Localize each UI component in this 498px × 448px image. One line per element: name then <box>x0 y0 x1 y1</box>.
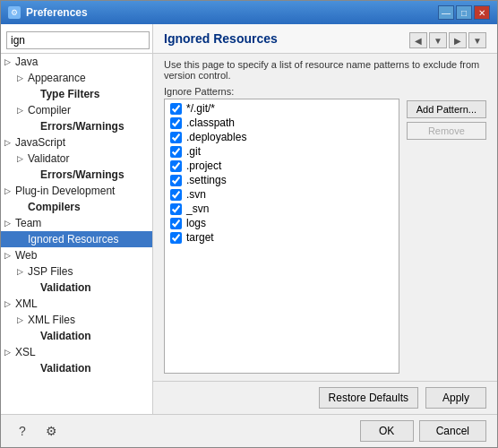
pattern-checkbox[interactable] <box>170 232 182 244</box>
sidebar-item-label: Errors/Warnings <box>40 168 124 181</box>
pattern-label: .project <box>186 159 221 172</box>
tree-arrow-icon: ▷ <box>4 219 15 228</box>
pattern-checkbox[interactable] <box>170 117 182 129</box>
list-item[interactable]: target <box>165 230 399 245</box>
pattern-checkbox[interactable] <box>170 218 182 229</box>
sidebar-item-label: XSL <box>15 346 36 358</box>
sidebar-item-errors-warnings-1[interactable]: Errors/Warnings <box>1 118 152 134</box>
pattern-checkbox[interactable] <box>170 160 182 172</box>
sidebar-item-label: XML <box>15 297 38 310</box>
list-item[interactable]: */.git/* <box>165 101 399 116</box>
tree-arrow-icon: ▷ <box>4 186 15 195</box>
sidebar-item-label: XML Files <box>28 314 75 326</box>
pattern-checkbox[interactable] <box>170 203 182 215</box>
pattern-checkbox[interactable] <box>170 189 182 201</box>
forward-dropdown-button[interactable]: ▼ <box>468 32 486 48</box>
sidebar-item-ignored-resources[interactable]: Ignored Resources <box>1 231 152 247</box>
back-dropdown-button[interactable]: ▼ <box>429 32 447 48</box>
list-item[interactable]: .classpath <box>165 116 399 130</box>
preferences-window: ⚙ Preferences — □ ✕ ✕ ▷Java▷AppearanceTy… <box>0 0 498 448</box>
sidebar-item-compiler[interactable]: ▷Compiler <box>1 102 152 118</box>
pattern-label: .classpath <box>186 116 235 129</box>
tree-arrow-icon: ▷ <box>17 106 28 115</box>
pattern-label: .git <box>186 145 201 158</box>
help-button[interactable]: ? <box>12 420 33 442</box>
tree-arrow-icon: ▷ <box>17 267 28 276</box>
list-item[interactable]: logs <box>165 216 399 230</box>
search-bar: ✕ <box>1 28 152 54</box>
sidebar-item-label: Web <box>15 249 37 262</box>
pattern-checkbox[interactable] <box>170 146 182 158</box>
list-item[interactable]: .git <box>165 144 399 159</box>
close-button[interactable]: ✕ <box>474 5 490 20</box>
title-bar-left: ⚙ Preferences <box>8 6 88 19</box>
sidebar-item-xml-files[interactable]: ▷XML Files <box>1 312 152 328</box>
footer-left: ? ⚙ <box>12 420 62 442</box>
pattern-label: */.git/* <box>186 102 215 115</box>
window-title: Preferences <box>26 6 88 19</box>
minimize-button[interactable]: — <box>438 5 454 20</box>
patterns-list: */.git/*.classpath.deployables.git.proje… <box>164 99 399 374</box>
bottom-bar: Restore Defaults Apply <box>153 381 497 414</box>
sidebar-item-validator[interactable]: ▷Validator <box>1 151 152 167</box>
sidebar-item-label: Team <box>15 217 41 229</box>
patterns-label: Ignore Patterns: <box>153 82 497 99</box>
sidebar-item-type-filters[interactable]: Type Filters <box>1 86 152 102</box>
sidebar-item-label: Validator <box>28 152 69 165</box>
sidebar-item-validation-1[interactable]: Validation <box>1 280 152 296</box>
sidebar-item-team[interactable]: ▷Team <box>1 215 152 231</box>
sidebar-item-appearance[interactable]: ▷Appearance <box>1 70 152 86</box>
back-button[interactable]: ◀ <box>409 32 427 48</box>
pattern-checkbox[interactable] <box>170 175 182 186</box>
sidebar-item-label: JSP Files <box>28 265 73 278</box>
sidebar-item-xsl[interactable]: ▷XSL <box>1 344 152 360</box>
apply-button[interactable]: Apply <box>425 387 486 409</box>
sidebar-item-label: Type Filters <box>40 88 99 100</box>
sidebar-item-label: Plug-in Development <box>15 185 115 197</box>
sidebar-item-label: Validation <box>40 281 91 294</box>
sidebar-item-xml[interactable]: ▷XML <box>1 296 152 312</box>
sidebar-item-web[interactable]: ▷Web <box>1 247 152 263</box>
pattern-checkbox[interactable] <box>170 132 182 143</box>
sidebar-item-validation-3[interactable]: Validation <box>1 360 152 376</box>
list-item[interactable]: .deployables <box>165 130 399 144</box>
panel-description: Use this page to specify a list of resou… <box>153 54 497 82</box>
sidebar-item-javascript[interactable]: ▷JavaScript <box>1 134 152 151</box>
pattern-label: target <box>186 231 214 244</box>
sidebar-item-jsp-files[interactable]: ▷JSP Files <box>1 263 152 280</box>
footer-right: OK Cancel <box>360 420 486 442</box>
main-panel: Ignored Resources ◀ ▼ ▶ ▼ Use this page … <box>153 24 497 414</box>
sidebar-item-label: Compiler <box>28 104 71 116</box>
list-item[interactable]: .project <box>165 159 399 173</box>
list-item[interactable]: .settings <box>165 173 399 187</box>
cancel-button[interactable]: Cancel <box>419 420 486 442</box>
footer: ? ⚙ OK Cancel <box>1 414 497 447</box>
list-item[interactable]: .svn <box>165 187 399 202</box>
main-header: Ignored Resources ◀ ▼ ▶ ▼ <box>153 24 497 54</box>
sidebar-item-label: Errors/Warnings <box>40 120 124 133</box>
remove-button[interactable]: Remove <box>407 122 486 140</box>
sidebar-item-label: Java <box>15 56 38 68</box>
sidebar-item-validation-2[interactable]: Validation <box>1 328 152 344</box>
restore-defaults-button[interactable]: Restore Defaults <box>319 387 418 409</box>
sidebar-item-label: Compilers <box>28 201 81 213</box>
window-icon: ⚙ <box>8 6 21 19</box>
pattern-label: logs <box>186 217 206 229</box>
sidebar-item-java[interactable]: ▷Java <box>1 54 152 70</box>
tree-arrow-icon: ▷ <box>4 57 15 66</box>
sidebar-item-label: Validation <box>40 330 91 342</box>
tree-arrow-icon: ▷ <box>4 348 15 357</box>
pattern-checkbox[interactable] <box>170 103 182 115</box>
search-input[interactable] <box>6 31 150 49</box>
forward-button[interactable]: ▶ <box>449 32 467 48</box>
sidebar-tree: ▷Java▷AppearanceType Filters▷CompilerErr… <box>1 54 152 376</box>
maximize-button[interactable]: □ <box>456 5 472 20</box>
preferences-icon-button[interactable]: ⚙ <box>40 420 62 442</box>
pattern-label: .svn <box>186 188 206 201</box>
sidebar-item-compilers[interactable]: Compilers <box>1 199 152 215</box>
list-item[interactable]: _svn <box>165 202 399 216</box>
sidebar-item-plug-in-development[interactable]: ▷Plug-in Development <box>1 183 152 199</box>
add-pattern-button[interactable]: Add Pattern... <box>407 100 486 118</box>
sidebar-item-errors-warnings-2[interactable]: Errors/Warnings <box>1 167 152 183</box>
ok-button[interactable]: OK <box>360 420 414 442</box>
